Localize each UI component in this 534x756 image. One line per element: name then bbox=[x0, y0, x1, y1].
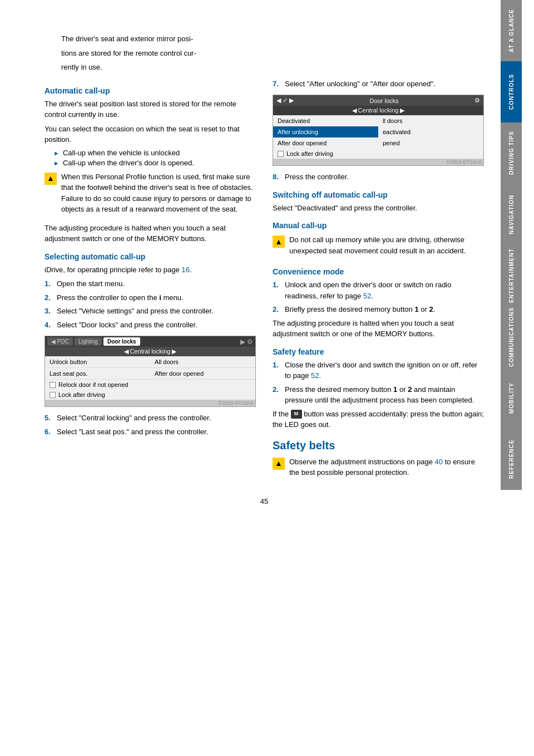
door-locks-body: Deactivated ll doors After unlocking eac… bbox=[273, 115, 483, 159]
checkbox-row-1: Relock door if not opened bbox=[45, 380, 255, 390]
door-locks-top: ◀ ✓ ▶ Door locks ⚙ bbox=[273, 95, 483, 106]
ui-subtitle-1: ◀ Central locking ▶ bbox=[45, 347, 255, 356]
safety-step-2-text: Press the desired memory button 1 or 2 a… bbox=[285, 384, 484, 406]
sidebar-tab-controls[interactable]: Controls bbox=[501, 61, 522, 122]
warning-box-belts: ▲ Observe the adjustment instructions on… bbox=[273, 456, 484, 482]
door-locks-sub: ◀ Central locking ▶ bbox=[273, 106, 483, 115]
bullet-text-2: Call-up when the driver's door is opened… bbox=[63, 159, 194, 167]
if-text: If the M button was pressed accidentally… bbox=[273, 409, 484, 430]
selecting-intro: iDrive, for operating principle refer to… bbox=[44, 264, 256, 276]
page-link-52a[interactable]: 52 bbox=[363, 292, 371, 300]
sidebar-tab-entertainment[interactable]: Entertainment bbox=[501, 245, 522, 306]
ui-screenshot-2: ◀ ✓ ▶ Door locks ⚙ ◀ Central locking ▶ D… bbox=[273, 95, 484, 166]
intro-line1: The driver's seat and exterior mirror po… bbox=[61, 33, 484, 45]
sidebar-tab-communications-label: Communications bbox=[508, 307, 515, 366]
ui-caption-1: ©2010-07/10A5 bbox=[45, 400, 255, 406]
convenience-step-2-text: Briefly press the desired memory button … bbox=[285, 304, 435, 315]
tab-door-locks[interactable]: Door locks bbox=[103, 337, 140, 346]
page-number: 45 bbox=[44, 497, 484, 505]
door-cell-1-2: ll doors bbox=[378, 115, 483, 126]
door-locks-title: Door locks bbox=[370, 97, 399, 104]
step-4-text: Select "Door locks" and press the contro… bbox=[57, 320, 197, 331]
sidebar-tab-navigation-label: Navigation bbox=[508, 194, 515, 234]
warning-icon-1: ▲ bbox=[44, 173, 57, 185]
auto-callup-para2: You can select the occasion on which the… bbox=[44, 124, 256, 145]
warning-text-manual: Do not call up memory while you are driv… bbox=[289, 234, 484, 256]
step-6-text: Select "Last seat pos." and press the co… bbox=[57, 426, 208, 438]
warning-icon-belts: ▲ bbox=[273, 458, 285, 470]
safety-belts-warning: Observe the adjustment instructions on p… bbox=[289, 456, 484, 478]
ui-cell-1-2: All doors bbox=[150, 356, 255, 367]
step-6: 6. Select "Last seat pos." and press the… bbox=[44, 426, 256, 438]
m-button: M bbox=[291, 410, 302, 419]
checkbox-row-2: Lock after driving bbox=[45, 390, 255, 400]
step-2-text: Press the controller to open the i menu. bbox=[57, 292, 184, 303]
convenience-step-1: 1. Unlock and open the driver's door or … bbox=[273, 279, 484, 301]
door-cell-3-2: pened bbox=[378, 138, 483, 149]
right-sidebar: At a glance Controls Driving tips Naviga… bbox=[501, 0, 522, 756]
ui-caption-2: ©2010-07/10A5 bbox=[273, 159, 483, 165]
switching-off-heading: Switching off automatic call-up bbox=[273, 190, 484, 199]
step-7-text: Select "After unlocking" or "After door … bbox=[285, 78, 436, 90]
sidebar-tab-reference-label: Reference bbox=[508, 440, 515, 479]
page-link-40[interactable]: 40 bbox=[435, 458, 443, 466]
tab-pdc-arrow: ◀ bbox=[51, 338, 56, 345]
sidebar-tab-mobility[interactable]: Mobility bbox=[501, 367, 522, 429]
warning-box-1: ▲ When this Personal Profile function is… bbox=[44, 171, 256, 218]
page-link-16[interactable]: 16 bbox=[181, 266, 189, 274]
convenience-para: The adjusting procedure is halted when y… bbox=[273, 318, 484, 340]
door-checkbox-lock[interactable] bbox=[278, 151, 284, 157]
safety-feature-heading: Safety feature bbox=[273, 347, 484, 356]
tab-group-1: ◀ PDC Lighting Door locks bbox=[47, 337, 140, 346]
tab-pdc[interactable]: ◀ PDC bbox=[47, 337, 73, 346]
manual-callup-heading: Manual call-up bbox=[273, 221, 484, 230]
bullet-arrow-1: ► bbox=[53, 150, 60, 156]
door-option-after-opened: After door opened pened bbox=[273, 138, 483, 149]
door-checkbox-row: Lock after driving bbox=[273, 149, 483, 159]
step-3: 3. Select "Vehicle settings" and press t… bbox=[44, 306, 256, 317]
door-cell-1-1: Deactivated bbox=[273, 115, 378, 126]
door-checkbox-label: Lock after driving bbox=[286, 150, 333, 157]
sidebar-tab-communications[interactable]: Communications bbox=[501, 306, 522, 367]
auto-callup-para1: The driver's seat position last stored i… bbox=[44, 99, 256, 120]
ui-cell-1-1: Unlock button bbox=[45, 356, 150, 367]
step-4: 4. Select "Door locks" and press the con… bbox=[44, 320, 256, 331]
sidebar-tab-at-glance-label: At a glance bbox=[508, 9, 515, 52]
convenience-heading: Convenience mode bbox=[273, 267, 484, 276]
sidebar-tab-mobility-label: Mobility bbox=[508, 382, 515, 414]
bullet-unlocked: ► Call-up when the vehicle is unlocked bbox=[44, 149, 256, 157]
door-option-deactivated: Deactivated ll doors bbox=[273, 115, 483, 126]
door-cell-3-1: After door opened bbox=[273, 138, 378, 149]
ui-body-1: Unlock button All doors Last seat pos. A… bbox=[45, 356, 255, 400]
right-column: 7. Select "After unlocking" or "After do… bbox=[273, 78, 484, 486]
ui-screenshot-1: ◀ PDC Lighting Door locks ▶ ⚙ bbox=[44, 336, 256, 407]
step-1-text: Open the start menu. bbox=[57, 278, 125, 289]
sidebar-tab-navigation[interactable]: Navigation bbox=[501, 184, 522, 245]
left-column: Automatic call-up The driver's seat posi… bbox=[44, 78, 256, 486]
intro-line2: tions are stored for the remote control … bbox=[61, 48, 484, 59]
switching-off-text: Select "Deactivated" and press the contr… bbox=[273, 203, 484, 214]
main-content: The driver's seat and exterior mirror po… bbox=[0, 0, 501, 756]
sidebar-tab-reference[interactable]: Reference bbox=[501, 429, 522, 490]
step-7: 7. Select "After unlocking" or "After do… bbox=[273, 78, 484, 90]
convenience-step-1-text: Unlock and open the driver's door or swi… bbox=[285, 279, 484, 301]
checkbox-label-1: Relock door if not opened bbox=[58, 381, 128, 388]
page-container: The driver's seat and exterior mirror po… bbox=[0, 0, 534, 756]
sidebar-tab-at-glance[interactable]: At a glance bbox=[501, 0, 522, 61]
step-2: 2. Press the controller to open the i me… bbox=[44, 292, 256, 303]
safety-step-1-text: Close the driver's door and switch the i… bbox=[285, 360, 484, 381]
page-link-52b[interactable]: 52 bbox=[311, 371, 319, 380]
sidebar-tab-driving[interactable]: Driving tips bbox=[501, 122, 522, 184]
warning-icon-manual: ▲ bbox=[273, 235, 285, 248]
door-cell-2-2: eactivated bbox=[378, 126, 483, 138]
checkbox-relock[interactable] bbox=[50, 382, 56, 388]
checkbox-label-2: Lock after driving bbox=[58, 391, 105, 398]
two-column-layout: Automatic call-up The driver's seat posi… bbox=[44, 78, 484, 486]
tab-lighting[interactable]: Lighting bbox=[75, 337, 102, 346]
ui-settings-icon[interactable]: ▶ ⚙ bbox=[240, 338, 253, 346]
step-5: 5. Select "Central locking" and press th… bbox=[44, 413, 256, 424]
door-cell-2-1: After unlocking bbox=[273, 126, 378, 138]
checkbox-lock[interactable] bbox=[50, 392, 56, 398]
sidebar-tab-controls-label: Controls bbox=[508, 74, 515, 110]
warning-box-manual: ▲ Do not call up memory while you are dr… bbox=[273, 234, 484, 259]
